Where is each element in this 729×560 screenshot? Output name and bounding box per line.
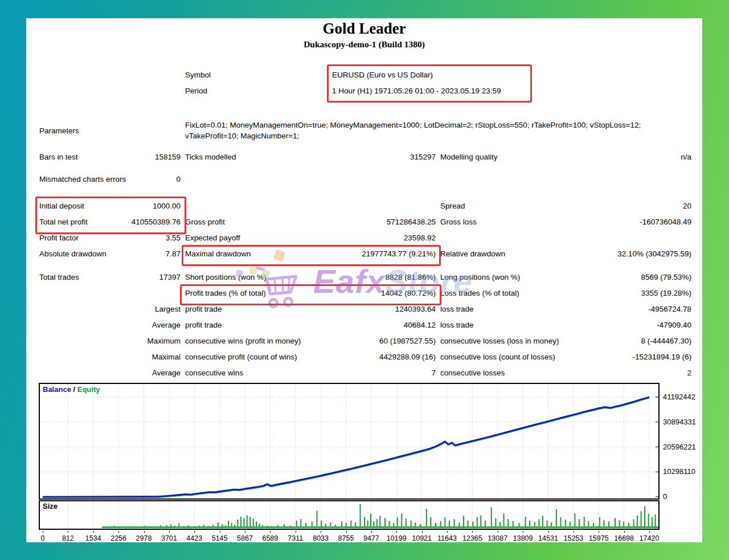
size-chart-label: Size	[43, 502, 58, 510]
x-tick-label: 10199	[387, 534, 407, 542]
cell-value: 4429288.09 (16)	[379, 353, 436, 361]
cell-label: Absolute drawdown	[39, 250, 107, 258]
table-cell: loss trade-4956724.78	[440, 301, 691, 317]
cell-value: Maximal	[152, 353, 181, 361]
cell-value: Average	[152, 369, 181, 377]
table-row: Maximalconsecutive profit (count of wins…	[26, 349, 702, 365]
table-cell: Loss trades (% of total)3355 (19.28%)	[440, 285, 691, 301]
table-cell: Ticks modelled315297	[185, 149, 436, 165]
legend-balance: Balance	[43, 385, 71, 394]
size-bars	[40, 501, 658, 529]
x-tick-label: 2978	[136, 534, 152, 542]
x-tick-mark	[624, 531, 625, 533]
highlight-box-deposit-profit	[35, 197, 186, 234]
balance-chart: Balance / Equity	[39, 383, 660, 500]
table-cell: profit trade40684.12	[185, 317, 436, 333]
cell-value: 3.55	[166, 234, 181, 242]
highlight-box-symbol-period	[327, 64, 532, 103]
table-cell: Spread20	[440, 198, 691, 214]
table-cell	[185, 198, 436, 214]
cell-value: 32.10% (3042975.59)	[617, 250, 691, 258]
x-axis-labels: 0812153422562978370144235145586765897311…	[40, 533, 658, 543]
cell-label: Total trades	[39, 273, 79, 281]
cell-value: 0	[176, 175, 181, 183]
cell-label: Ticks modelled	[185, 153, 236, 161]
table-row: Maximumconsecutive wins (profit in money…	[26, 333, 702, 349]
x-tick-mark	[93, 531, 94, 533]
x-tick-label: 8755	[338, 534, 354, 542]
cell-label: profit trade	[185, 305, 222, 313]
x-tick-label: 4423	[186, 534, 202, 542]
cell-label: Profit factor	[39, 234, 79, 242]
cell-label: loss trade	[440, 321, 474, 329]
cell-value: Maximum	[147, 337, 181, 345]
table-cell: Mismatched charts errors0	[39, 167, 181, 190]
cell-value: 3355 (19.28%)	[641, 289, 691, 297]
x-tick-label: 5867	[237, 534, 253, 542]
y-tick-label: 0	[663, 492, 667, 501]
report-page: Gold Leader Dukascopy-demo-1 (Build 1380…	[26, 18, 702, 542]
table-cell: Modelling qualityn/a	[440, 149, 691, 165]
table-cell: Short positions (won %)8828 (81.86%)	[185, 269, 436, 285]
table-cell: Relative drawdown32.10% (3042975.59)	[440, 246, 691, 261]
cell-label: Modelling quality	[440, 153, 498, 161]
table-cell: Gross loss-160736048.49	[440, 214, 691, 230]
x-tick-mark	[118, 531, 119, 533]
table-row: Averageconsecutive wins7consecutive loss…	[26, 365, 702, 381]
table-cell: Largest	[39, 301, 181, 317]
cell-value: -160736048.49	[640, 218, 691, 226]
x-tick-label: 11643	[437, 534, 457, 542]
table-cell: consecutive wins7	[185, 365, 436, 381]
cell-label: profit trade	[185, 321, 222, 329]
x-tick-label: 5145	[212, 534, 228, 542]
cell-label: Relative drawdown	[440, 250, 505, 258]
y-tick-label: 41192442	[663, 393, 695, 401]
x-tick-mark	[523, 531, 523, 533]
cell-value: -15231894.19 (6)	[632, 353, 691, 361]
legend-equity: Equity	[77, 385, 100, 394]
x-tick-mark	[396, 531, 397, 533]
x-tick-mark	[296, 531, 296, 533]
x-tick-label: 13087	[488, 534, 507, 542]
cell-value: 60 (1987527.55)	[379, 337, 436, 345]
table-cell: Average	[39, 365, 181, 381]
y-tick-label: 20596221	[663, 443, 696, 451]
x-tick-label: 6589	[262, 534, 278, 542]
cell-value: 7.87	[166, 250, 181, 258]
x-tick-label: 1534	[85, 534, 101, 542]
table-row: Bars in test158159Ticks modelled315297Mo…	[26, 149, 702, 165]
cell-label: consecutive loss (count of losses)	[440, 353, 555, 361]
highlight-box-profit-trades	[180, 284, 441, 305]
cell-value: 23598.92	[404, 234, 436, 242]
period-label: Period	[185, 87, 332, 95]
cell-value: 40684.12	[404, 321, 436, 329]
table-cell: Gross profit571286438.25	[185, 214, 436, 230]
x-tick-label: 9477	[363, 534, 379, 542]
x-tick-mark	[43, 531, 43, 533]
cell-label: Spread	[440, 202, 465, 210]
legend-separator: /	[71, 385, 77, 394]
cell-value: -47909.40	[657, 321, 691, 329]
x-tick-label: 14531	[538, 534, 558, 542]
cell-value: Average	[152, 321, 181, 329]
x-tick-label: 7311	[288, 534, 303, 542]
parameters-value: FixLot=0.01; MoneyManagementOn=true; Mon…	[185, 120, 677, 141]
cell-value: 571286438.25	[387, 218, 436, 226]
cell-label: Expected payoff	[185, 234, 240, 242]
x-tick-mark	[371, 531, 372, 533]
highlight-box-maximal-drawdown	[182, 245, 441, 266]
table-cell	[440, 167, 691, 190]
x-tick-mark	[447, 531, 448, 533]
x-tick-mark	[548, 531, 549, 533]
table-cell: Maximal	[39, 349, 181, 365]
report-subtitle: Dukascopy-demo-1 (Build 1380)	[26, 39, 702, 50]
table-row: Mismatched charts errors0	[26, 167, 702, 190]
parameters-row: Parameters FixLot=0.01; MoneyManagementO…	[39, 119, 691, 142]
symbol-label: Symbol	[185, 71, 332, 79]
cell-value: 20	[683, 202, 691, 210]
balance-equity-curve	[40, 384, 658, 498]
cell-label: Bars in test	[39, 153, 78, 161]
cell-label: consecutive losses (loss in money)	[440, 337, 559, 345]
x-tick-mark	[599, 531, 599, 533]
x-tick-mark	[245, 531, 245, 533]
